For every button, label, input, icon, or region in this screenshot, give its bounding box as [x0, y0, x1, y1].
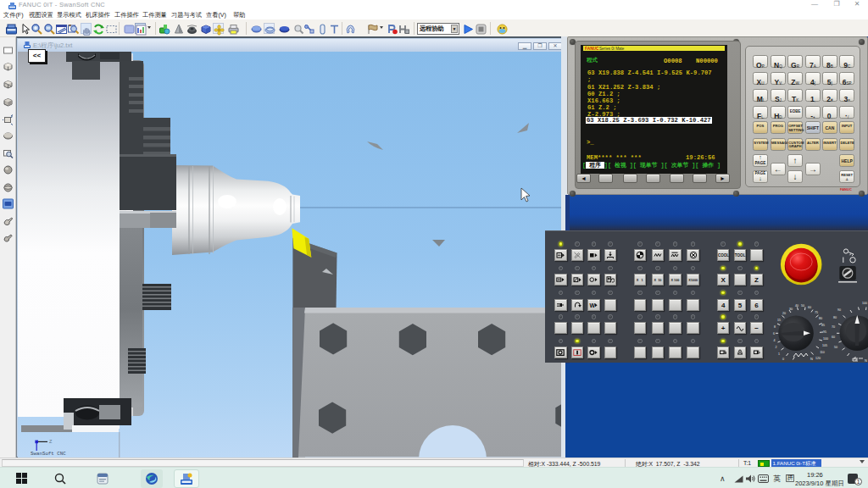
svg-text:85: 85 [821, 324, 825, 327]
svg-text:80: 80 [819, 317, 822, 320]
svg-text:100: 100 [823, 337, 828, 341]
svg-text:110: 110 [820, 351, 825, 354]
svg-text:100: 100 [862, 302, 867, 305]
svg-text:30: 30 [789, 308, 793, 311]
svg-text:6: 6 [773, 332, 775, 336]
svg-text:70: 70 [832, 325, 835, 329]
svg-text:N: N [865, 358, 867, 363]
svg-text:80: 80 [833, 316, 837, 319]
svg-text:N: N [810, 357, 813, 361]
svg-text:20: 20 [782, 312, 786, 315]
svg-text:1: 1 [778, 352, 780, 356]
svg-text:105: 105 [822, 344, 827, 347]
svg-text:60: 60 [808, 306, 811, 309]
svg-text:2: 2 [776, 346, 777, 349]
svg-text:75: 75 [815, 311, 818, 314]
svg-text:90: 90 [837, 308, 841, 312]
svg-text:W: W [590, 302, 596, 308]
svg-text:0: 0 [782, 358, 784, 361]
svg-text:SwanSoft CNC: SwanSoft CNC [31, 451, 66, 457]
svg-text:95: 95 [823, 330, 826, 334]
svg-text:50: 50 [801, 304, 804, 308]
svg-text:15: 15 [777, 319, 781, 322]
svg-text:50: 50 [834, 346, 837, 349]
svg-text:120: 120 [815, 357, 821, 360]
svg-text:40: 40 [795, 304, 798, 308]
svg-text:8: 8 [774, 325, 776, 329]
svg-text:60: 60 [832, 336, 835, 339]
svg-text:4: 4 [774, 339, 776, 342]
